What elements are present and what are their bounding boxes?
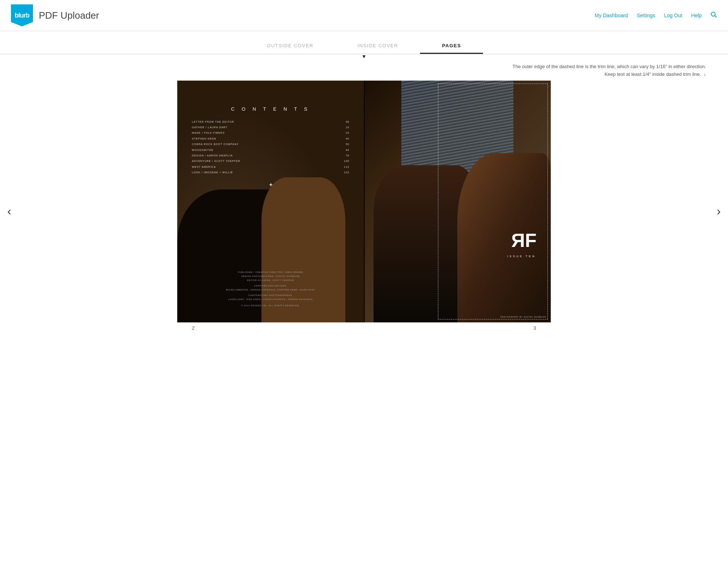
logo-mark: ✦ xyxy=(192,181,349,188)
info-text: The outer edge of the dashed line is the… xyxy=(0,59,728,81)
list-item: WOODSMITHE64 xyxy=(192,147,349,153)
left-page: C O N T E N T S LETTER FROM THE EDITOR08… xyxy=(177,81,364,322)
page-numbers: 2 3 xyxy=(177,322,551,331)
svg-line-1 xyxy=(715,15,717,17)
search-icon[interactable] xyxy=(710,11,717,20)
r-reversed: R xyxy=(512,231,525,250)
prev-page-button[interactable]: ‹ xyxy=(0,204,19,218)
tab-outside-cover[interactable]: OUTSIDE COVER xyxy=(245,38,335,54)
list-item: STEPHEN KENN40 xyxy=(192,136,349,141)
list-item: LOOK / IMOGENE + WILLIE122 xyxy=(192,170,349,175)
list-item: LETTER FROM THE EDITOR08 xyxy=(192,119,349,125)
rf-logo: RF xyxy=(512,231,536,250)
blurb-logo: blurb xyxy=(11,4,33,26)
nav-dashboard[interactable]: My Dashboard xyxy=(595,12,628,18)
spread-wrapper: C O N T E N T S LETTER FROM THE EDITOR08… xyxy=(177,81,551,331)
tabs-container: OUTSIDE COVER INSIDE COVER PAGES xyxy=(0,38,728,54)
contents-title: C O N T E N T S xyxy=(192,106,349,112)
nav-help[interactable]: Help xyxy=(691,12,702,18)
header-nav: My Dashboard Settings Log Out Help xyxy=(595,11,717,20)
header: blurb PDF Uploader My Dashboard Settings… xyxy=(0,0,728,31)
contents-list: LETTER FROM THE EDITOR08GATHER / LAURA D… xyxy=(192,119,349,175)
tab-inside-cover[interactable]: INSIDE COVER xyxy=(335,38,420,54)
next-page-button[interactable]: › xyxy=(709,204,728,218)
photo-credit: PHOTOGRAPHY BY GUSTAV SCHNEIDE xyxy=(501,316,546,318)
list-item: DESIGN / AARON DRAPLIN78 xyxy=(192,153,349,158)
rf-issue-text: ISSUE TEN xyxy=(507,255,536,258)
app-title: PDF Uploader xyxy=(39,10,99,21)
contents-overlay: C O N T E N T S LETTER FROM THE EDITOR08… xyxy=(177,81,364,322)
right-page: RF ISSUE TEN PHOTOGRAPHY BY GUSTAV SCHNE… xyxy=(364,81,551,322)
page-divider xyxy=(364,81,365,322)
tab-pages[interactable]: PAGES xyxy=(420,38,483,54)
nav-settings[interactable]: Settings xyxy=(637,12,655,18)
page-number-left: 2 xyxy=(192,325,194,331)
list-item: GATHER / LAURA DART10 xyxy=(192,125,349,130)
page-number-right: 3 xyxy=(534,325,536,331)
tab-indicator: ▼ xyxy=(0,53,728,59)
spread: C O N T E N T S LETTER FROM THE EDITOR08… xyxy=(177,81,551,322)
list-item: MADE / FOLK FIBERS24 xyxy=(192,130,349,136)
main-area: ‹ C O N T E N T S LETTER FROM THE EDITOR… xyxy=(0,81,728,342)
nav-logout[interactable]: Log Out xyxy=(664,12,682,18)
header-left: blurb PDF Uploader xyxy=(11,4,99,26)
list-item: ADVENTURE / SCOTT TOEPFER100 xyxy=(192,158,349,164)
list-item: WEST AMERICA112 xyxy=(192,164,349,170)
list-item: COBRA ROCK BOOT COMPANY50 xyxy=(192,141,349,147)
